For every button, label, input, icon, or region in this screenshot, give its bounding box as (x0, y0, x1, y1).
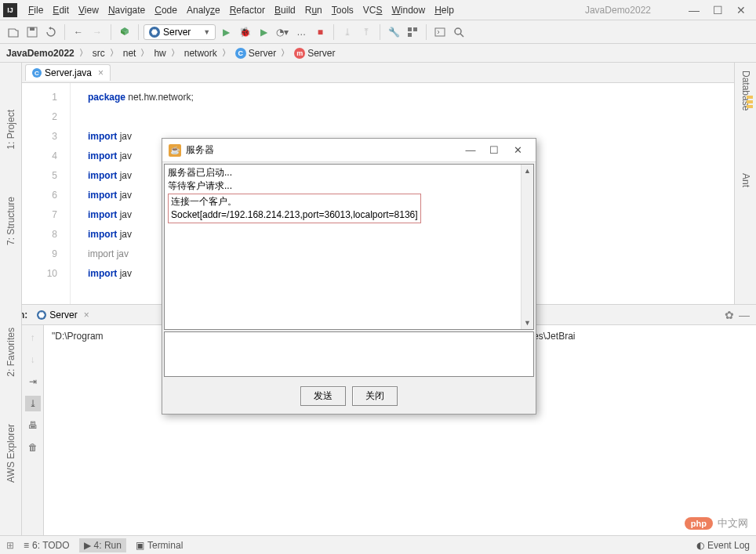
left-tool-stripe: 1: Project 7: Structure (0, 63, 22, 304)
back-icon[interactable]: ← (70, 24, 87, 41)
send-button[interactable]: 发送 (300, 386, 346, 406)
menu-vcs[interactable]: VCS (358, 5, 387, 16)
close-button[interactable]: ✕ (729, 4, 753, 16)
run-icon[interactable]: ▶ (217, 24, 234, 41)
breadcrumb-member[interactable]: mServer (294, 48, 335, 59)
menu-code[interactable]: Code (150, 5, 182, 16)
hide-icon[interactable]: — (739, 309, 750, 321)
app-logo-icon: IJ (3, 3, 17, 17)
svg-rect-2 (408, 27, 412, 31)
project-tool-tab[interactable]: 1: Project (5, 110, 16, 150)
todo-tab[interactable]: ≡ 6: TODO (24, 540, 70, 551)
method-icon: m (294, 48, 305, 59)
dialog-title: 服务器 (186, 143, 214, 157)
svg-line-7 (460, 34, 463, 37)
java-icon: ☕ (169, 144, 181, 157)
server-dialog: ☕ 服务器 — ☐ ✕ 服务器已启动... 等待客户请求... 连接一个客户。 … (162, 138, 536, 415)
title-bar: IJ File Edit View Navigate Code Analyze … (0, 0, 756, 20)
close-tab-icon[interactable]: × (84, 310, 89, 320)
tab-label: Server.java (45, 67, 92, 78)
dialog-input[interactable] (164, 331, 534, 377)
status-bar: ⊞ ≡ 6: TODO ▶ 4: Run ▣ Terminal ◐ Event … (0, 535, 756, 554)
menu-help[interactable]: Help (430, 5, 459, 16)
down-icon[interactable]: ↓ (25, 352, 41, 368)
chevron-right-icon: 〉 (140, 47, 149, 59)
tool-windows-icon[interactable]: ⊞ (6, 540, 14, 551)
editor-tab[interactable]: C Server.java × (25, 64, 111, 81)
profile-icon[interactable]: ◔▾ (274, 24, 291, 41)
search-everywhere-icon[interactable] (450, 24, 467, 41)
breadcrumb-item[interactable]: net (123, 48, 136, 59)
chevron-right-icon: 〉 (222, 47, 231, 59)
menu-build[interactable]: Build (270, 5, 300, 16)
menu-file[interactable]: File (24, 5, 48, 16)
clear-icon[interactable]: 🗑 (25, 440, 41, 455)
maximize-button[interactable]: ☐ (482, 144, 506, 156)
structure-tool-tab[interactable]: 7: Structure (5, 197, 16, 245)
menu-edit[interactable]: Edit (48, 5, 74, 16)
scroll-up-icon[interactable]: ▲ (522, 165, 533, 177)
menu-view[interactable]: View (74, 5, 104, 16)
run-configuration-selector[interactable]: ⬣ Server ▼ (144, 24, 216, 40)
terminal-tab[interactable]: ▣ Terminal (136, 540, 183, 551)
menu-navigate[interactable]: Navigate (104, 5, 150, 16)
minimize-button[interactable]: — (682, 4, 706, 16)
breadcrumb-item[interactable]: network (184, 48, 217, 59)
scroll-down-icon[interactable]: ▼ (522, 317, 533, 329)
svg-rect-5 (435, 28, 445, 36)
chevron-right-icon: 〉 (171, 47, 180, 59)
save-icon[interactable] (24, 24, 41, 41)
ant-tool-tab[interactable]: Ant (740, 173, 751, 187)
event-log-tab[interactable]: ◐ Event Log (696, 540, 750, 551)
forward-icon[interactable]: → (89, 24, 106, 41)
breadcrumb-root[interactable]: JavaDemo2022 (6, 48, 75, 59)
settings-icon[interactable]: ✿ (725, 309, 734, 321)
soft-wrap-icon[interactable]: ⇥ (25, 374, 41, 389)
project-structure-icon[interactable] (404, 24, 421, 41)
menu-tools[interactable]: Tools (327, 5, 358, 16)
up-icon[interactable]: ↑ (25, 330, 41, 346)
project-name-label: JavaDemo2022 (585, 5, 651, 16)
maximize-button[interactable]: ☐ (706, 4, 729, 16)
build-icon[interactable] (116, 24, 133, 41)
watermark-logo: php (685, 517, 713, 530)
vcs-update-icon[interactable]: ⤓ (339, 24, 356, 41)
minimize-button[interactable]: — (459, 144, 482, 156)
editor-tab-bar: C Server.java × (22, 63, 734, 83)
dialog-titlebar[interactable]: ☕ 服务器 — ☐ ✕ (162, 139, 536, 162)
stop-icon[interactable]: ■ (311, 24, 329, 41)
breadcrumb-item[interactable]: src (93, 48, 105, 59)
attach-icon[interactable]: … (293, 24, 310, 41)
vcs-commit-icon[interactable]: ⤒ (358, 24, 375, 41)
chevron-right-icon: 〉 (110, 47, 118, 59)
breadcrumb-class[interactable]: CServer (235, 48, 276, 59)
print-icon[interactable]: 🖶 (25, 418, 41, 433)
class-icon: C (235, 48, 246, 59)
output-line: 服务器已启动... (168, 166, 530, 179)
menu-analyze[interactable]: Analyze (182, 5, 225, 16)
menu-refactor[interactable]: Refactor (225, 5, 270, 16)
menu-window[interactable]: Window (387, 5, 430, 16)
favorites-tool-tab[interactable]: 2: Favorites (5, 328, 16, 377)
coverage-icon[interactable]: ▶ (255, 24, 272, 41)
run-config-label: Server (163, 27, 191, 38)
refresh-icon[interactable] (42, 24, 60, 41)
close-dialog-button[interactable]: 关闭 (352, 386, 398, 406)
aws-tool-tab[interactable]: AWS Explorer (5, 424, 16, 483)
close-button[interactable]: ✕ (506, 144, 529, 156)
breadcrumb-item[interactable]: hw (154, 48, 165, 59)
run-tab[interactable]: ▶ 4: Run (79, 538, 126, 552)
menu-run[interactable]: Run (300, 5, 327, 16)
open-icon[interactable] (5, 24, 22, 41)
scroll-end-icon[interactable]: ⤓ (25, 396, 41, 411)
editor-marks (747, 96, 753, 108)
scrollbar[interactable]: ▲ ▼ (521, 165, 533, 329)
run-anything-icon[interactable] (431, 24, 449, 41)
dialog-output[interactable]: 服务器已启动... 等待客户请求... 连接一个客户。 Socket[addr=… (164, 164, 534, 330)
class-icon: C (32, 68, 42, 78)
debug-icon[interactable]: 🐞 (236, 24, 253, 41)
watermark: php 中文网 (685, 516, 748, 530)
run-tab[interactable]: ⬣ Server × (32, 308, 93, 322)
close-tab-icon[interactable]: × (98, 67, 104, 78)
settings-icon[interactable]: 🔧 (385, 24, 402, 41)
